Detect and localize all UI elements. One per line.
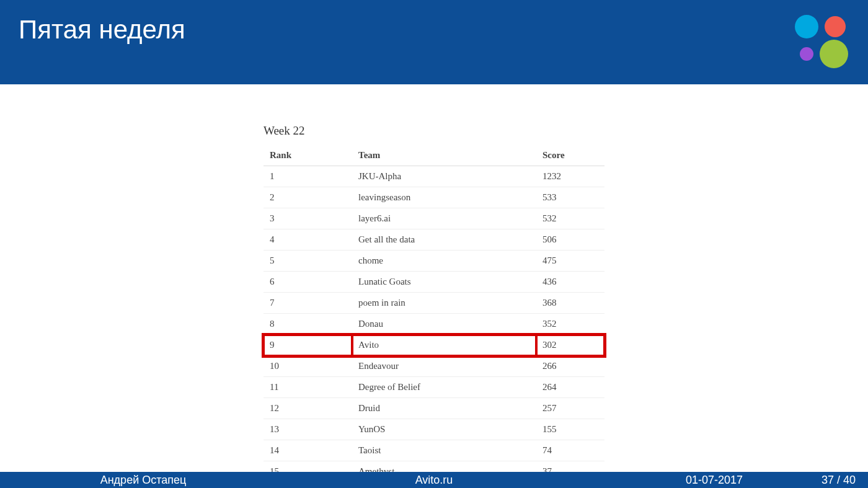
leaderboard-table: Rank Team Score 1JKU-Alpha12322leavingse… — [264, 145, 604, 488]
cell-team: JKU-Alpha — [352, 166, 536, 187]
slide-footer: Андрей Остапец Avito.ru 01-07-2017 37 / … — [0, 472, 868, 488]
cell-rank: 2 — [264, 187, 352, 208]
page-total: 40 — [843, 474, 856, 486]
footer-author: Андрей Остапец — [0, 474, 286, 487]
table-row: 13YunOS155 — [264, 419, 604, 440]
table-row: 3layer6.ai532 — [264, 208, 604, 229]
cell-rank: 9 — [264, 335, 352, 356]
cell-score: 533 — [536, 187, 604, 208]
slide-content: Week 22 Rank Team Score 1JKU-Alpha12322l… — [0, 84, 868, 488]
slide-header: Пятая неделя — [0, 0, 868, 84]
cell-rank: 10 — [264, 356, 352, 377]
cell-score: 352 — [536, 314, 604, 335]
cell-score: 368 — [536, 293, 604, 314]
cell-team: Taoist — [352, 440, 536, 461]
cell-rank: 12 — [264, 398, 352, 419]
cell-team: Donau — [352, 314, 536, 335]
cell-score: 302 — [536, 335, 604, 356]
avito-logo-icon — [792, 15, 851, 72]
cell-team: leavingseason — [352, 187, 536, 208]
cell-team: poem in rain — [352, 293, 536, 314]
week-label: Week 22 — [264, 124, 604, 138]
table-row: 10Endeavour266 — [264, 356, 604, 377]
table-row: 4Get all the data506 — [264, 229, 604, 251]
footer-page: 37 / 40 — [755, 474, 868, 487]
cell-rank: 11 — [264, 377, 352, 398]
table-row: 9Avito302 — [264, 335, 604, 356]
table-row: 1JKU-Alpha1232 — [264, 166, 604, 187]
cell-rank: 6 — [264, 272, 352, 293]
table-header-row: Rank Team Score — [264, 145, 604, 166]
cell-team: Avito — [352, 335, 536, 356]
cell-score: 74 — [536, 440, 604, 461]
cell-team: Degree of Belief — [352, 377, 536, 398]
cell-rank: 1 — [264, 166, 352, 187]
cell-rank: 8 — [264, 314, 352, 335]
cell-score: 506 — [536, 229, 604, 251]
logo-dot-blue-icon — [795, 15, 818, 38]
cell-team: Get all the data — [352, 229, 536, 251]
page-sep: / — [834, 474, 843, 486]
table-row: 2leavingseason533 — [264, 187, 604, 208]
cell-team: Endeavour — [352, 356, 536, 377]
cell-score: 257 — [536, 398, 604, 419]
cell-rank: 7 — [264, 293, 352, 314]
cell-rank: 4 — [264, 229, 352, 251]
cell-score: 532 — [536, 208, 604, 229]
logo-dot-green-icon — [820, 40, 848, 68]
leaderboard: Week 22 Rank Team Score 1JKU-Alpha12322l… — [264, 124, 604, 488]
logo-dot-purple-icon — [800, 47, 813, 61]
col-score: Score — [536, 145, 604, 166]
cell-team: Druid — [352, 398, 536, 419]
cell-score: 155 — [536, 419, 604, 440]
table-body: 1JKU-Alpha12322leavingseason5333layer6.a… — [264, 166, 604, 489]
cell-team: chome — [352, 251, 536, 272]
cell-rank: 5 — [264, 251, 352, 272]
page-current: 37 — [822, 474, 834, 486]
table-row: 12Druid257 — [264, 398, 604, 419]
footer-date: 01-07-2017 — [582, 474, 755, 487]
col-rank: Rank — [264, 145, 352, 166]
cell-rank: 13 — [264, 419, 352, 440]
slide-title: Пятая неделя — [19, 15, 849, 45]
table-row: 6Lunatic Goats436 — [264, 272, 604, 293]
cell-score: 475 — [536, 251, 604, 272]
footer-company: Avito.ru — [286, 474, 582, 487]
cell-score: 266 — [536, 356, 604, 377]
table-row: 14Taoist74 — [264, 440, 604, 461]
cell-score: 436 — [536, 272, 604, 293]
table-row: 8Donau352 — [264, 314, 604, 335]
cell-score: 264 — [536, 377, 604, 398]
table-row: 7poem in rain368 — [264, 293, 604, 314]
table-row: 5chome475 — [264, 251, 604, 272]
logo-dot-red-icon — [825, 16, 846, 37]
table-row: 11Degree of Belief264 — [264, 377, 604, 398]
cell-team: Lunatic Goats — [352, 272, 536, 293]
cell-rank: 14 — [264, 440, 352, 461]
cell-team: YunOS — [352, 419, 536, 440]
cell-rank: 3 — [264, 208, 352, 229]
cell-score: 1232 — [536, 166, 604, 187]
cell-team: layer6.ai — [352, 208, 536, 229]
col-team: Team — [352, 145, 536, 166]
